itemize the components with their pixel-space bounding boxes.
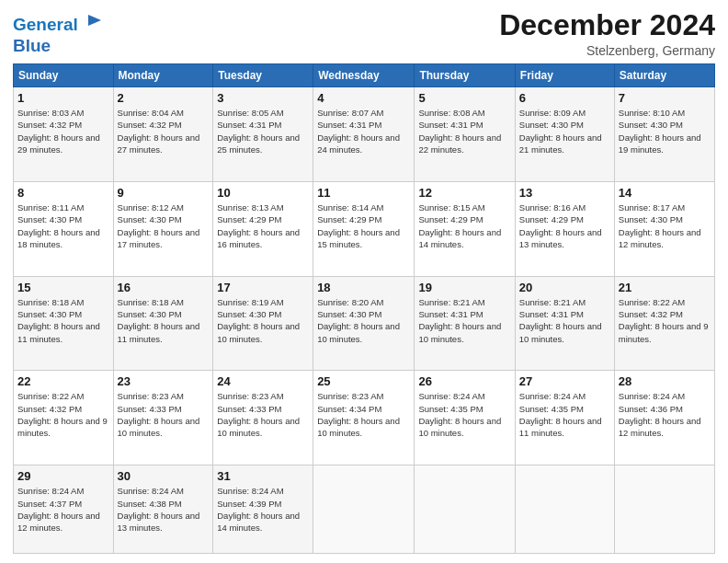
calendar-cell: 24Sunrise: 8:23 AMSunset: 4:33 PMDayligh… (213, 371, 313, 465)
col-header-thursday: Thursday (415, 64, 515, 87)
day-number: 18 (317, 281, 410, 294)
week-row-5: 29Sunrise: 8:24 AMSunset: 4:37 PMDayligh… (14, 465, 715, 554)
calendar-cell: 29Sunrise: 8:24 AMSunset: 4:37 PMDayligh… (14, 465, 114, 554)
day-number: 27 (519, 374, 610, 388)
day-detail: Sunrise: 8:16 AMSunset: 4:29 PMDaylight:… (519, 201, 610, 250)
calendar-table: SundayMondayTuesdayWednesdayThursdayFrid… (13, 63, 715, 554)
col-header-saturday: Saturday (614, 64, 714, 87)
calendar-cell: 4Sunrise: 8:07 AMSunset: 4:31 PMDaylight… (313, 87, 415, 182)
day-detail: Sunrise: 8:23 AMSunset: 4:33 PMDaylight:… (217, 390, 309, 439)
calendar-cell: 28Sunrise: 8:24 AMSunset: 4:36 PMDayligh… (614, 371, 714, 465)
week-row-2: 8Sunrise: 8:11 AMSunset: 4:30 PMDaylight… (14, 181, 715, 276)
day-detail: Sunrise: 8:09 AMSunset: 4:30 PMDaylight:… (519, 107, 610, 155)
day-detail: Sunrise: 8:08 AMSunset: 4:31 PMDaylight:… (418, 107, 510, 155)
calendar-cell: 31Sunrise: 8:24 AMSunset: 4:39 PMDayligh… (213, 465, 313, 554)
logo: General Blue (13, 13, 105, 56)
calendar-cell: 1Sunrise: 8:03 AMSunset: 4:32 PMDaylight… (14, 87, 114, 182)
col-header-friday: Friday (515, 64, 614, 87)
day-number: 10 (217, 186, 309, 200)
calendar-cell: 19Sunrise: 8:21 AMSunset: 4:31 PMDayligh… (415, 276, 515, 371)
calendar-cell (515, 465, 614, 554)
day-detail: Sunrise: 8:13 AMSunset: 4:29 PMDaylight:… (217, 201, 309, 250)
page: General Blue December 2024 Stelzenberg, … (0, 0, 728, 563)
week-row-3: 15Sunrise: 8:18 AMSunset: 4:30 PMDayligh… (14, 276, 715, 371)
day-number: 11 (317, 186, 410, 200)
day-detail: Sunrise: 8:12 AMSunset: 4:30 PMDaylight:… (118, 201, 210, 250)
calendar-cell: 16Sunrise: 8:18 AMSunset: 4:30 PMDayligh… (113, 276, 213, 371)
day-number: 17 (217, 281, 309, 294)
day-detail: Sunrise: 8:24 AMSunset: 4:35 PMDaylight:… (418, 390, 510, 439)
day-number: 5 (418, 91, 510, 105)
day-detail: Sunrise: 8:24 AMSunset: 4:35 PMDaylight:… (519, 390, 610, 439)
calendar-cell: 10Sunrise: 8:13 AMSunset: 4:29 PMDayligh… (213, 181, 313, 276)
day-number: 15 (17, 281, 109, 294)
day-number: 19 (418, 281, 510, 294)
col-header-monday: Monday (113, 64, 213, 87)
calendar-cell: 13Sunrise: 8:16 AMSunset: 4:29 PMDayligh… (515, 181, 614, 276)
day-detail: Sunrise: 8:24 AMSunset: 4:39 PMDaylight:… (217, 485, 309, 534)
day-detail: Sunrise: 8:07 AMSunset: 4:31 PMDaylight:… (317, 107, 410, 155)
title-block: December 2024 Stelzenberg, Germany (499, 9, 715, 58)
calendar-cell: 3Sunrise: 8:05 AMSunset: 4:31 PMDaylight… (213, 87, 313, 182)
calendar-cell: 5Sunrise: 8:08 AMSunset: 4:31 PMDaylight… (415, 87, 515, 182)
day-detail: Sunrise: 8:11 AMSunset: 4:30 PMDaylight:… (17, 201, 109, 250)
svg-marker-0 (88, 15, 101, 26)
day-number: 4 (317, 91, 410, 105)
day-detail: Sunrise: 8:23 AMSunset: 4:34 PMDaylight:… (317, 390, 410, 439)
calendar-cell: 6Sunrise: 8:09 AMSunset: 4:30 PMDaylight… (515, 87, 614, 182)
col-header-wednesday: Wednesday (313, 64, 415, 87)
week-row-1: 1Sunrise: 8:03 AMSunset: 4:32 PMDaylight… (14, 87, 715, 182)
logo-blue: Blue (13, 37, 105, 56)
day-detail: Sunrise: 8:23 AMSunset: 4:33 PMDaylight:… (118, 390, 210, 439)
day-number: 28 (619, 374, 711, 388)
calendar-cell: 2Sunrise: 8:04 AMSunset: 4:32 PMDaylight… (113, 87, 213, 182)
calendar-cell: 26Sunrise: 8:24 AMSunset: 4:35 PMDayligh… (415, 371, 515, 465)
day-detail: Sunrise: 8:24 AMSunset: 4:37 PMDaylight:… (17, 485, 109, 534)
day-number: 31 (217, 469, 309, 483)
col-header-sunday: Sunday (14, 64, 114, 87)
calendar-cell: 20Sunrise: 8:21 AMSunset: 4:31 PMDayligh… (515, 276, 614, 371)
day-number: 9 (118, 186, 210, 200)
calendar-cell (415, 465, 515, 554)
day-number: 16 (118, 281, 210, 294)
location-subtitle: Stelzenberg, Germany (499, 43, 715, 58)
day-detail: Sunrise: 8:15 AMSunset: 4:29 PMDaylight:… (418, 201, 510, 250)
day-number: 6 (519, 91, 610, 105)
day-detail: Sunrise: 8:03 AMSunset: 4:32 PMDaylight:… (17, 107, 109, 155)
day-detail: Sunrise: 8:21 AMSunset: 4:31 PMDaylight:… (418, 296, 510, 345)
day-detail: Sunrise: 8:10 AMSunset: 4:30 PMDaylight:… (619, 107, 711, 155)
calendar-cell: 21Sunrise: 8:22 AMSunset: 4:32 PMDayligh… (614, 276, 714, 371)
day-detail: Sunrise: 8:20 AMSunset: 4:30 PMDaylight:… (317, 296, 410, 345)
calendar-cell: 15Sunrise: 8:18 AMSunset: 4:30 PMDayligh… (14, 276, 114, 371)
day-number: 2 (118, 91, 210, 105)
day-number: 13 (519, 186, 610, 200)
calendar-cell: 11Sunrise: 8:14 AMSunset: 4:29 PMDayligh… (313, 181, 415, 276)
day-detail: Sunrise: 8:21 AMSunset: 4:31 PMDaylight:… (519, 296, 610, 345)
day-number: 25 (317, 374, 410, 388)
calendar-cell: 18Sunrise: 8:20 AMSunset: 4:30 PMDayligh… (313, 276, 415, 371)
day-number: 12 (418, 186, 510, 200)
logo-general: General (13, 16, 78, 35)
day-number: 14 (619, 186, 711, 200)
calendar-cell: 9Sunrise: 8:12 AMSunset: 4:30 PMDaylight… (113, 181, 213, 276)
day-detail: Sunrise: 8:24 AMSunset: 4:38 PMDaylight:… (118, 485, 210, 534)
day-detail: Sunrise: 8:17 AMSunset: 4:30 PMDaylight:… (619, 201, 711, 250)
logo-flag-icon (81, 13, 105, 37)
day-number: 29 (17, 469, 109, 483)
day-detail: Sunrise: 8:24 AMSunset: 4:36 PMDaylight:… (619, 390, 711, 439)
day-detail: Sunrise: 8:14 AMSunset: 4:29 PMDaylight:… (317, 201, 410, 250)
day-number: 8 (17, 186, 109, 200)
day-detail: Sunrise: 8:04 AMSunset: 4:32 PMDaylight:… (118, 107, 210, 155)
calendar-cell: 27Sunrise: 8:24 AMSunset: 4:35 PMDayligh… (515, 371, 614, 465)
day-detail: Sunrise: 8:22 AMSunset: 4:32 PMDaylight:… (17, 390, 109, 439)
calendar-header-row: SundayMondayTuesdayWednesdayThursdayFrid… (14, 64, 715, 87)
day-number: 22 (17, 374, 109, 388)
day-number: 7 (619, 91, 711, 105)
day-number: 24 (217, 374, 309, 388)
day-number: 30 (118, 469, 210, 483)
day-detail: Sunrise: 8:18 AMSunset: 4:30 PMDaylight:… (118, 296, 210, 345)
calendar-cell: 30Sunrise: 8:24 AMSunset: 4:38 PMDayligh… (113, 465, 213, 554)
day-detail: Sunrise: 8:22 AMSunset: 4:32 PMDaylight:… (619, 296, 711, 345)
week-row-4: 22Sunrise: 8:22 AMSunset: 4:32 PMDayligh… (14, 371, 715, 465)
calendar-cell: 14Sunrise: 8:17 AMSunset: 4:30 PMDayligh… (614, 181, 714, 276)
